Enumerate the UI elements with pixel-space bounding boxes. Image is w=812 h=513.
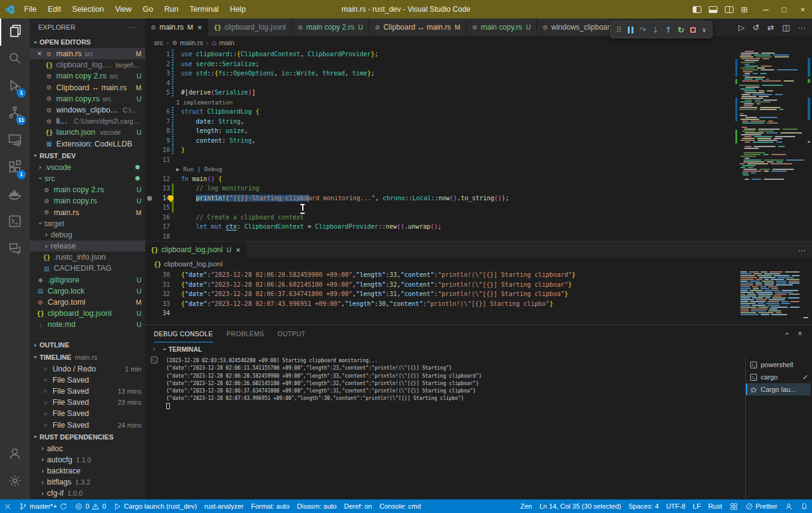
toggle-panel-icon[interactable]	[709, 6, 717, 13]
status-deref-on[interactable]: Deref: on	[340, 499, 376, 513]
status-grid[interactable]	[726, 499, 742, 513]
dependency-item[interactable]: ›cfg-if1.0.0	[30, 488, 145, 499]
status-disasm-auto[interactable]: Disasm: auto	[294, 499, 340, 513]
breakpoint-margin[interactable]	[145, 88, 154, 98]
minimap-slider[interactable]	[803, 317, 808, 318]
tree-item--gitignore[interactable]: ◆.gitignoreU	[30, 274, 145, 286]
timeline-item[interactable]: ○File Saved13 mins	[30, 386, 145, 397]
more-actions-icon[interactable]: ···	[798, 245, 806, 255]
breakpoint-margin[interactable]	[145, 174, 154, 184]
menu-run[interactable]: Run	[159, 2, 184, 16]
status-rust[interactable]: Rust	[704, 499, 726, 513]
breakpoint-margin[interactable]	[145, 232, 154, 242]
breakpoint-margin[interactable]	[145, 203, 154, 213]
breakpoint-margin[interactable]	[145, 270, 154, 280]
dependency-item[interactable]: ›bitflags1.3.2	[30, 477, 145, 488]
tree-item-main-copy-2-rs[interactable]: ⚙main copy 2.rsU	[30, 184, 145, 195]
status-utf-8[interactable]: UTF-8	[662, 499, 689, 513]
overview-ruler[interactable]	[805, 49, 812, 241]
minimize-button[interactable]: ─	[756, 0, 775, 19]
activity-explorer[interactable]	[0, 19, 30, 46]
close-button[interactable]: ×	[793, 0, 812, 19]
menu-terminal[interactable]: Terminal	[184, 2, 224, 16]
tree-item-cachedir-tag[interactable]: ▤CACHEDIR.TAG	[30, 263, 145, 274]
toggle-secondary-sidebar-icon[interactable]	[725, 6, 734, 13]
menu-go[interactable]: Go	[137, 2, 159, 16]
maximize-button[interactable]: □	[775, 0, 793, 19]
pause-icon[interactable]	[628, 27, 633, 33]
activity-account[interactable]	[0, 441, 30, 468]
minimap-jsonl[interactable]	[740, 271, 800, 325]
menu-help[interactable]: Help	[224, 2, 252, 16]
status-ln-14-col-35-30-selected[interactable]: Ln 14, Col 35 (30 selected)	[536, 499, 625, 513]
activity-settings[interactable]	[0, 468, 30, 496]
drag-handle-icon[interactable]: ⠿	[616, 25, 622, 35]
terminal-output[interactable]: [2023-12-28 02:03:53.024546200 +09:00] S…	[161, 357, 744, 499]
customize-layout-icon[interactable]: ⊞	[741, 6, 748, 13]
restart-icon[interactable]: ↻	[678, 25, 685, 35]
section-header-open-editors[interactable]: ›OPEN EDITORS	[30, 36, 145, 48]
open-editor-item[interactable]: ⚙main copy.rssrcU	[30, 93, 145, 104]
status-bell[interactable]	[797, 499, 812, 513]
more-actions-icon[interactable]: ···	[798, 23, 806, 32]
breakpoint-margin[interactable]	[145, 69, 154, 78]
step-into-icon[interactable]: ↓	[652, 25, 659, 35]
tree-item-src[interactable]: ›src	[30, 173, 145, 184]
menu-selection[interactable]: Selection	[67, 2, 109, 16]
breakpoint-margin[interactable]	[145, 59, 154, 69]
close-panel-icon[interactable]: ×	[798, 329, 802, 338]
lightbulb-icon[interactable]	[168, 195, 174, 201]
breakpoint-margin[interactable]	[145, 299, 154, 309]
tab-main-copy-2-rs[interactable]: ⚙main copy 2.rsU	[292, 19, 370, 36]
status-format-auto[interactable]: Format: auto	[247, 499, 293, 513]
breakpoint-margin[interactable]	[145, 308, 154, 318]
activity-remote-explorer[interactable]	[0, 127, 30, 155]
timeline-item[interactable]: ○File Saved	[30, 375, 145, 386]
open-editor-item[interactable]: ⚙Clipboard ↔ main.rsM	[30, 82, 145, 93]
tree-item-debug[interactable]: ›debug	[30, 229, 145, 240]
status-remote[interactable]	[0, 499, 15, 513]
section-header-timeline[interactable]: ›TIMELINEmain.rs	[30, 351, 145, 363]
status-console-cmd[interactable]: Console: cmd	[376, 499, 425, 513]
breakpoint-margin[interactable]	[145, 155, 154, 165]
terminal-section-header[interactable]: ›TERMINAL	[145, 342, 812, 356]
tab-clipboard-main-rs[interactable]: ⚙Clipboard ↔ main.rsM	[369, 19, 467, 36]
breakpoint-margin[interactable]	[145, 126, 154, 136]
breadcrumb-item[interactable]: main	[219, 39, 234, 46]
dependency-item[interactable]: ›backtrace	[30, 465, 145, 477]
tree-item-release[interactable]: ›release	[30, 240, 145, 252]
menu-edit[interactable]: Edit	[42, 2, 67, 16]
timeline-item[interactable]: ○File Saved	[30, 408, 145, 419]
status-cargo-launch-rust-dev[interactable]: Cargo launch (rust_dev)	[110, 499, 201, 513]
breakpoint-margin[interactable]	[145, 136, 154, 146]
terminal-instance-powershell[interactable]: powershell	[746, 358, 811, 371]
debug-console-icon[interactable]	[150, 356, 158, 365]
open-editor-item[interactable]: ⚙lib.rsC:\Users\ifgm2\.cargo\re...	[30, 116, 145, 127]
status-rust-analyzer[interactable]: rust-analyzer	[201, 499, 248, 513]
timeline-item[interactable]: ○Undo / Redo1 min	[30, 363, 145, 375]
open-editor-item[interactable]: {}clipboard_log.jsonltarget\re...	[30, 59, 145, 70]
activity-extensions[interactable]: 1	[0, 155, 30, 182]
activity-comments[interactable]	[0, 236, 30, 263]
split-editor-icon[interactable]: ◫	[782, 23, 790, 32]
run-icon[interactable]: ▷	[738, 23, 745, 32]
tree-item--rustc-info-json[interactable]: {}.rustc_info.json	[30, 252, 145, 263]
activity-run-debug[interactable]: 1	[0, 73, 30, 100]
timeline-icon[interactable]: ↺	[753, 23, 759, 32]
breakpoint-margin[interactable]	[145, 49, 154, 59]
breakpoint-margin[interactable]	[145, 78, 154, 88]
timeline-item[interactable]: ○File Saved24 mins	[30, 419, 145, 430]
status-master[interactable]: master*+	[15, 499, 71, 513]
panel-tab-debug-console[interactable]: DEBUG CONSOLE	[154, 325, 213, 342]
breakpoint-icon[interactable]	[147, 196, 152, 201]
tab-clipboard-log-jsonl[interactable]: {}clipboard_log.jsonl	[208, 19, 292, 36]
breakpoint-margin[interactable]	[145, 184, 154, 193]
chevron-down-icon[interactable]: ∨	[702, 27, 706, 33]
close-tab-icon[interactable]: ×	[197, 23, 202, 32]
section-header-rust-dependencies[interactable]: ›RUST DEPENDENCIES	[30, 431, 145, 443]
terminal-instance-cargo-lau-[interactable]: Cargo lau...	[746, 383, 811, 396]
codelens-run[interactable]: ▶ Run | Debug	[145, 164, 222, 174]
breakpoint-margin[interactable]	[145, 117, 154, 127]
menu-view[interactable]: View	[109, 2, 137, 16]
breadcrumb-item[interactable]: main.rs	[180, 39, 203, 46]
